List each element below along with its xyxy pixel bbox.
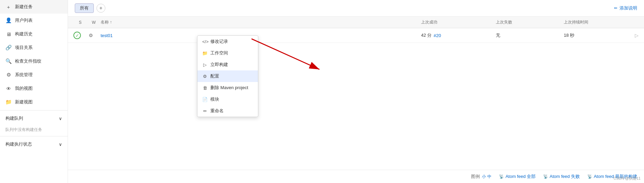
play-icon: ▷ [202, 62, 208, 67]
menu-item-config[interactable]: ⚙ 配置 [197, 70, 258, 82]
last-success-build[interactable]: #20 [434, 33, 441, 38]
table-header: S W 名称 ↑ 上次成功 上次失败 上次持续时间 [68, 17, 644, 28]
action-cell: ▷ [625, 33, 639, 38]
sidebar-item-label: 我的视图 [15, 85, 33, 92]
sidebar-item-build-history[interactable]: 🖥 构建历史 [0, 27, 68, 41]
header-name: 名称 ↑ [101, 19, 421, 25]
last-duration-cell: 18 秒 [564, 32, 625, 38]
pencil-icon: ✏ [202, 109, 208, 114]
weather-cell: ⚙ [87, 32, 101, 39]
fingerprint-icon: 🔍 [5, 58, 12, 64]
job-name-link[interactable]: test01 [101, 33, 112, 38]
atom-feed-latest-icon: 📡 [587, 174, 592, 179]
sidebar-item-project-relations[interactable]: 🔗 项目关系 [0, 41, 68, 54]
monitor-icon: 🖥 [5, 31, 12, 37]
atom-feed-all-link[interactable]: 📡 Atom feed 全部 [499, 173, 536, 180]
build-queue-empty: 队列中没有构建任务 [0, 125, 68, 135]
last-success-time: 42 分 [421, 32, 432, 38]
sidebar-item-new-view[interactable]: 📁 新建视图 [0, 95, 68, 109]
trash-icon: 🗑 [202, 85, 208, 90]
folder-icon: 📁 [202, 51, 208, 56]
sidebar-item-check-fingerprint[interactable]: 🔍 检查文件指纹 [0, 54, 68, 68]
main-content: 所有 + ✏ 添加说明 S W 名称 ↑ 上次成功 上次失败 上次持续时间 ✓ … [68, 0, 644, 183]
sidebar-item-label: 检查文件指纹 [15, 58, 41, 64]
menu-item-commit-log[interactable]: </> 修改记录 [197, 36, 258, 47]
add-tab-button[interactable]: + [97, 4, 105, 13]
document-icon: 📄 [202, 97, 208, 102]
last-success-cell: 42 分 #20 [421, 32, 496, 38]
sidebar-item-user-list[interactable]: 👤 用户列表 [0, 14, 68, 27]
header-w: W [87, 20, 101, 25]
run-build-icon[interactable]: ▷ [635, 33, 639, 38]
sidebar-item-label: 新建任务 [15, 4, 33, 10]
atom-feed-fail-link[interactable]: 📡 Atom feed 失败 [543, 173, 580, 180]
bottom-label: CSDN @执迹11 [613, 176, 641, 181]
size-bar: 小 中 [482, 174, 491, 180]
size-small-link[interactable]: 小 [482, 174, 486, 180]
build-queue-header[interactable]: 构建队列 ∨ [0, 112, 68, 125]
atom-feed-all-icon: 📡 [499, 174, 504, 179]
gear-icon: ⚙ [5, 72, 12, 78]
build-queue-section: 构建队列 ∨ 队列中没有构建任务 [0, 110, 68, 135]
status-ok-icon: ✓ [73, 32, 81, 39]
plus-icon: + [5, 4, 12, 10]
folder-icon: 📁 [5, 99, 12, 105]
user-icon: 👤 [5, 17, 12, 23]
tab-bar: 所有 + [75, 3, 105, 13]
menu-item-workspace[interactable]: 📁 工作空间 [197, 47, 258, 59]
sidebar-item-label: 项目关系 [15, 45, 33, 51]
code-icon: </> [202, 39, 208, 44]
sidebar: + 新建任务 👤 用户列表 🖥 构建历史 🔗 项目关系 🔍 检查文件指纹 ⚙ 系… [0, 0, 68, 183]
footer-bar: 图例 小 中 📡 Atom feed 全部 📡 Atom feed 失败 📡 A… [68, 170, 644, 183]
size-medium-link[interactable]: 中 [487, 174, 491, 180]
topbar: 所有 + ✏ 添加说明 [68, 0, 644, 17]
menu-item-module[interactable]: 📄 模块 [197, 94, 258, 105]
link-icon: 🔗 [5, 45, 12, 51]
legend-label: 图例 [471, 173, 480, 180]
tab-all[interactable]: 所有 [75, 3, 94, 13]
header-last-fail: 上次失败 [496, 19, 564, 25]
last-fail-cell: 无 [496, 32, 564, 38]
chevron-down-icon: ∨ [59, 116, 62, 121]
edit-icon: ✏ [614, 6, 617, 11]
menu-item-delete-maven[interactable]: 🗑 删除 Maven project [197, 82, 258, 94]
table-row: ✓ ⚙ test01 42 分 #20 无 18 秒 ▷ [68, 28, 644, 43]
menu-item-build-now[interactable]: ▷ 立即构建 [197, 59, 258, 70]
chevron-down-icon: ∨ [59, 142, 62, 147]
last-duration-text: 18 秒 [564, 33, 574, 38]
atom-feed-fail-icon: 📡 [543, 174, 548, 179]
svg-line-1 [251, 39, 319, 69]
build-status-section: 构建执行状态 ∨ [0, 136, 68, 151]
header-last-duration: 上次持续时间 [564, 19, 625, 25]
menu-item-rename[interactable]: ✏ 重命名 [197, 105, 258, 117]
settings-icon: ⚙ [202, 74, 208, 79]
sidebar-item-label: 用户列表 [15, 17, 33, 23]
build-status-header[interactable]: 构建执行状态 ∨ [0, 138, 68, 151]
sidebar-item-new-task[interactable]: + 新建任务 [0, 0, 68, 14]
sidebar-item-sys-admin[interactable]: ⚙ 系统管理 [0, 68, 68, 82]
add-description[interactable]: ✏ 添加说明 [614, 5, 637, 11]
content-area: S W 名称 ↑ 上次成功 上次失败 上次持续时间 ✓ ⚙ test01 42 … [68, 17, 644, 170]
sidebar-item-label: 系统管理 [15, 72, 33, 78]
weather-gear-icon[interactable]: ⚙ [87, 32, 94, 39]
header-s: S [73, 20, 87, 25]
header-last-success: 上次成功 [421, 19, 496, 25]
last-fail-text: 无 [496, 33, 500, 38]
job-name-cell: test01 [101, 33, 421, 38]
status-cell: ✓ [73, 32, 87, 39]
sidebar-item-my-views[interactable]: 👁 我的视图 [0, 82, 68, 95]
sidebar-item-label: 构建历史 [15, 31, 33, 37]
eye-icon: 👁 [5, 86, 12, 92]
sidebar-item-label: 新建视图 [15, 99, 33, 105]
context-menu: </> 修改记录 📁 工作空间 ▷ 立即构建 ⚙ 配置 🗑 删除 Maven p… [197, 35, 258, 117]
